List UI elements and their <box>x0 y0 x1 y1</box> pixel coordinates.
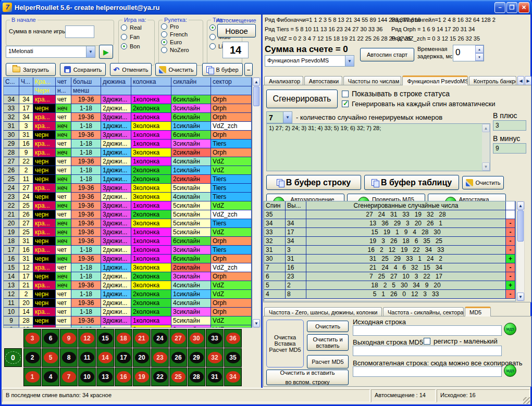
roulette-cell-15[interactable]: 15 <box>96 329 114 348</box>
start-sum-input[interactable] <box>65 26 94 38</box>
maximize-button[interactable]: ❒ <box>506 2 517 13</box>
roulette-cell-3[interactable]: 3 <box>23 329 41 348</box>
scroll-down-icon[interactable]: ▼ <box>517 293 524 301</box>
scroll-up-icon[interactable]: ▲ <box>517 201 524 210</box>
radio-option-nozero[interactable]: NoZero <box>161 47 201 53</box>
undo-button[interactable]: ↶ Отменить <box>110 63 152 76</box>
radio-icon[interactable] <box>121 24 127 31</box>
spins-table-scrollbar[interactable]: ▲ ▼ <box>516 201 525 301</box>
radio-icon[interactable] <box>209 24 216 31</box>
source-string-input[interactable] <box>353 325 502 336</box>
save-button[interactable]: Сохранить <box>60 63 106 76</box>
minus-button[interactable]: – <box>244 63 253 76</box>
radio-option-euro[interactable]: Euro <box>161 39 201 45</box>
roulette-cell-1[interactable]: 1 <box>23 367 41 386</box>
delay-spinner[interactable]: 0 ▲▼ <box>453 45 484 61</box>
copy-buffer-button[interactable]: В буфер <box>202 63 243 76</box>
output-string-input[interactable] <box>353 346 502 356</box>
roulette-cell-31[interactable]: 31 <box>206 367 224 386</box>
generate-button[interactable]: Сгенерировать <box>266 90 338 108</box>
new-button[interactable]: Новое <box>217 24 256 37</box>
tab-scroll-left-icon[interactable]: ◀ <box>517 76 524 85</box>
register-checkbox-row[interactable]: регистр - маленький <box>424 337 498 345</box>
md5-run-icon-button[interactable]: МД5 <box>504 323 516 335</box>
roulette-cell-7[interactable]: 7 <box>60 367 78 386</box>
statusline-checkbox-row[interactable]: Показывать в строке статуса <box>342 90 450 98</box>
scroll-up-icon[interactable]: ▲ <box>253 78 260 86</box>
radio-option-french[interactable]: French <box>161 31 201 37</box>
history-table-scrollbar[interactable]: ▲ ▼ <box>252 77 261 328</box>
autogen-checkbox-row[interactable]: Генерировать на каждый спин автоматическ… <box>342 100 496 108</box>
buffer-row-button[interactable]: В буфер строку <box>266 175 361 190</box>
radio-icon[interactable] <box>161 23 167 30</box>
statusline-checkbox[interactable] <box>342 91 349 97</box>
clear-sequence-button[interactable]: Очистить <box>462 176 504 189</box>
md5-clear-paste-aux-button[interactable]: Очистить и вставить во вспом. строку <box>266 370 349 385</box>
radio-icon[interactable] <box>209 34 216 40</box>
roulette-cell-12[interactable]: 12 <box>78 329 96 348</box>
tab-автоставки[interactable]: Автоставки <box>304 76 342 85</box>
radio-icon[interactable] <box>121 43 127 49</box>
register-checkbox[interactable] <box>424 338 430 345</box>
radio-option-bon[interactable]: Bon <box>121 43 152 49</box>
tab-частота-сиклайны-сектора[interactable]: Частота - сиклайны, сектора <box>383 307 464 316</box>
autogen-checkbox[interactable] <box>342 100 349 107</box>
tab-контроль-банкро[interactable]: Контроль банкро <box>469 76 516 85</box>
spinner-down-icon[interactable]: ▼ <box>475 53 484 61</box>
roulette-cell-9[interactable]: 9 <box>60 329 78 348</box>
scrollbar-thumb[interactable] <box>517 210 524 242</box>
clear-button[interactable]: Очистить <box>155 63 197 76</box>
roulette-cell-19[interactable]: 19 <box>133 367 151 386</box>
resize-grip[interactable] <box>523 397 530 404</box>
chevron-down-icon[interactable]: ▼ <box>345 56 354 66</box>
close-button[interactable]: ✕ <box>518 2 529 13</box>
count-combobox[interactable]: 7 ▼ <box>266 111 292 123</box>
roulette-cell-25[interactable]: 25 <box>169 367 187 386</box>
tab-частота-zero-шансы-дюжины-колонки[interactable]: Частота - Zero, шансы, дюжины, колонки <box>264 307 382 316</box>
roulette-cell-18[interactable]: 18 <box>115 329 132 348</box>
roulette-cell-32[interactable]: 32 <box>206 348 224 367</box>
chevron-down-icon[interactable]: ▼ <box>283 112 292 123</box>
roulette-cell-36[interactable]: 36 <box>224 329 242 348</box>
radio-icon[interactable] <box>121 34 127 40</box>
tab-md5[interactable]: MD5 <box>465 307 491 316</box>
roulette-cell-22[interactable]: 22 <box>151 367 169 386</box>
roulette-cell-27[interactable]: 27 <box>169 329 187 348</box>
splitter[interactable] <box>261 15 263 388</box>
roulette-cell-17[interactable]: 17 <box>115 348 132 367</box>
autospin-button[interactable]: Автоспин старт <box>360 48 414 61</box>
mode-combobox[interactable]: Функционал PsevdoMS ▼ <box>265 55 354 67</box>
roulette-cell-13[interactable]: 13 <box>96 367 114 386</box>
load-button[interactable]: Загрузить <box>6 63 56 76</box>
spinner-up-icon[interactable]: ▲ <box>475 45 484 53</box>
md5-clear-button[interactable]: Очистить <box>307 321 349 332</box>
play-button[interactable]: ▶ <box>99 45 113 59</box>
radio-option-real[interactable]: Real <box>121 24 152 31</box>
scroll-down-icon[interactable]: ▼ <box>253 319 260 327</box>
roulette-cell-0[interactable]: 0 <box>4 348 22 367</box>
roulette-cell-16[interactable]: 16 <box>115 367 132 386</box>
roulette-cell-5[interactable]: 5 <box>42 348 59 367</box>
radio-icon[interactable] <box>161 39 167 45</box>
roulette-cell-34[interactable]: 34 <box>224 367 242 386</box>
roulette-cell-30[interactable]: 30 <box>188 329 205 348</box>
buffer-table-button[interactable]: В буфер таблицу <box>364 175 459 190</box>
roulette-cell-35[interactable]: 35 <box>224 348 242 367</box>
radio-option-pro[interactable]: Pro <box>161 23 201 30</box>
radio-icon[interactable] <box>209 43 216 49</box>
minimize-button[interactable]: – <box>494 2 505 13</box>
roulette-cell-4[interactable]: 4 <box>42 367 59 386</box>
roulette-cell-29[interactable]: 29 <box>188 348 205 367</box>
roulette-cell-24[interactable]: 24 <box>151 329 169 348</box>
tab-функционал-psevdoms[interactable]: Функционал PsevdoMS <box>402 75 467 85</box>
roulette-cell-14[interactable]: 14 <box>96 348 114 367</box>
md5-aux-icon-button[interactable]: МД5 <box>504 364 516 377</box>
roulette-cell-2[interactable]: 2 <box>23 348 41 367</box>
tab-частоты-по-числам[interactable]: Частоты по числам <box>343 76 402 85</box>
roulette-cell-8[interactable]: 8 <box>60 348 78 367</box>
md5-clear-paste-button[interactable]: Очистить и вставить <box>307 334 349 351</box>
scrollbar-thumb[interactable] <box>253 86 259 106</box>
roulette-cell-6[interactable]: 6 <box>42 329 59 348</box>
radio-icon[interactable] <box>161 31 167 37</box>
roulette-cell-11[interactable]: 11 <box>78 348 96 367</box>
